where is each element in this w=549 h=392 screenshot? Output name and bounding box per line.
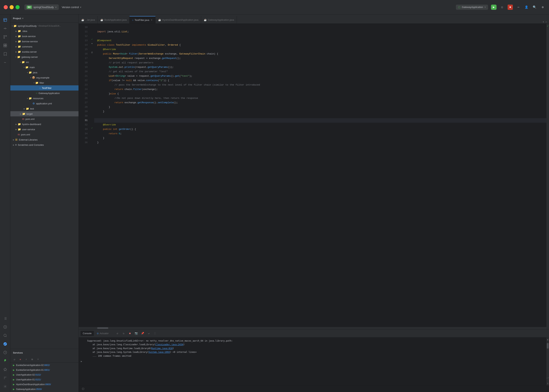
sidebar-ai-icon[interactable]: [1, 340, 9, 348]
sidebar-plugin-icon[interactable]: [1, 366, 9, 373]
stop-icon[interactable]: ■: [127, 331, 132, 336]
tree-item-org-example[interactable]: ▾ 📦 org.example: [10, 75, 78, 80]
tree-item-hystrix-dashboard[interactable]: ▶ 📁 hystrix-dashboard: [10, 122, 78, 127]
close-button[interactable]: [4, 5, 8, 9]
minimize-button[interactable]: [10, 5, 14, 9]
sidebar-bookmark-icon[interactable]: [1, 50, 9, 58]
line-num-32: 32: [79, 123, 88, 127]
sidebar-find-icon[interactable]: [1, 332, 9, 339]
tab-ler-java[interactable]: ☕ ...ler.java: [79, 16, 98, 23]
run-button[interactable]: ▶: [491, 5, 497, 10]
console-scrollbar[interactable]: ▲ ↓↑ ↡: [546, 337, 549, 385]
stop-icon[interactable]: ■: [508, 5, 513, 10]
more-icon[interactable]: ⋮: [153, 331, 157, 336]
tree-item-commons[interactable]: ▶ 📁 commons: [10, 44, 78, 49]
tabs-overflow[interactable]: ▾ ⋯: [541, 20, 549, 23]
arrow-icon: ▶: [15, 123, 17, 125]
tree-item-target[interactable]: ▶ 📁 target: [10, 111, 78, 116]
services-refresh-icon[interactable]: ↺: [12, 357, 17, 362]
sidebar-run-icon[interactable]: [1, 323, 9, 331]
svg-rect-7: [4, 46, 5, 47]
scrollbar-thumb[interactable]: [97, 327, 108, 329]
tab-console[interactable]: Console: [81, 331, 94, 336]
editor-scrollbar[interactable]: ✓: [546, 24, 549, 327]
service-item-hystrix[interactable]: ▶ HystrixDashBoardApplication :8900/: [10, 382, 78, 387]
console-scroll-thumb[interactable]: [547, 343, 549, 349]
tree-item-pom-xml-gateway[interactable]: ▶ m pom.xml: [10, 116, 78, 122]
service-item-user-02[interactable]: ▶ UserApplication-02 :8102/: [10, 372, 78, 377]
sidebar-more-icon[interactable]: ⋯: [1, 59, 9, 66]
console-left-arrow[interactable]: ▶: [79, 337, 84, 385]
tree-item-gateway-server[interactable]: ▾ 📁 gateway-server: [10, 54, 78, 59]
maximize-button[interactable]: [15, 5, 20, 9]
sidebar-history-icon[interactable]: [1, 349, 9, 356]
tree-root[interactable]: ▾ 📁 springCloudStudy ~/Desktop/CS/JavaEE…: [10, 23, 78, 28]
scroll-down-icon[interactable]: ↓↑: [546, 376, 549, 380]
service-item-eureka-01[interactable]: ▶ EurekaServerApplication-01 :8801/: [10, 368, 78, 372]
tab-book-application[interactable]: ☕ BookApplication.java: [98, 16, 130, 23]
tree-item-user-service[interactable]: ▶ 📁 user-service: [10, 127, 78, 132]
restart-icon[interactable]: ↺: [115, 331, 120, 336]
tree-item-borrow-service[interactable]: ▶ 📁 borrow-service: [10, 39, 78, 44]
settings-icon[interactable]: ⚙: [500, 5, 505, 10]
folder-icon: 📁: [18, 123, 21, 126]
gateway-app-button[interactable]: ⬡ GatewayApplication ▾: [456, 5, 488, 10]
sidebar-build-icon[interactable]: [1, 383, 9, 390]
services-add-icon[interactable]: +: [36, 357, 40, 362]
sidebar-todo-icon[interactable]: [1, 315, 9, 322]
tree-item-scratches[interactable]: ▶ ≡ Scratches and Consoles: [10, 142, 78, 147]
sidebar-commit-icon[interactable]: [1, 25, 9, 32]
classloader-link[interactable]: ClassLoader.java:2434: [155, 343, 183, 346]
services-group-icon[interactable]: ⊞: [30, 357, 34, 362]
runtime-link[interactable]: Runtime.java:818: [151, 347, 173, 350]
tree-item-external-libraries[interactable]: ▶ 🏛 External Libraries: [10, 137, 78, 142]
tree-item-src[interactable]: ▾ 📁 src: [10, 59, 78, 65]
tree-item-testfilter[interactable]: ▶ ○ TestFilter: [10, 85, 78, 91]
tree-item-filter[interactable]: ▾ 📁 filter: [10, 80, 78, 85]
wrap-icon[interactable]: ↵: [146, 331, 151, 336]
tree-item-main[interactable]: ▾ 📁 main: [10, 65, 78, 70]
sidebar-terminal-icon[interactable]: [1, 374, 9, 382]
scroll-up-icon[interactable]: ▲: [546, 337, 549, 342]
sidebar-project-icon[interactable]: [1, 16, 9, 24]
services-filter-icon[interactable]: ⚡: [24, 357, 28, 362]
tab-actuator[interactable]: ⊙ Actuator: [95, 331, 111, 336]
services-header[interactable]: Services: [10, 349, 78, 356]
tree-item-gateway-application[interactable]: ▶ ○ GatewayApplication: [10, 91, 78, 96]
tab-testfilter[interactable]: ○ TestFilter.java ✕: [130, 16, 156, 23]
tree-item-test[interactable]: ▶ 📁 test: [10, 106, 78, 111]
screenshot-icon[interactable]: 📷: [134, 331, 139, 336]
services-stop-icon[interactable]: ✕: [18, 357, 22, 362]
service-item-user-01[interactable]: ▶ UserApplication-01 :8101/: [10, 377, 78, 382]
resume-icon[interactable]: ↻: [121, 331, 126, 336]
tree-item-resources[interactable]: ▾ 📁 resources: [10, 96, 78, 101]
tree-item-application-yml[interactable]: ▶ ⚙ application.yml: [10, 101, 78, 106]
tree-item-book-service[interactable]: ▶ 📁 book-service: [10, 34, 78, 39]
tab-gateway-app[interactable]: ☕ GatewayApplication.java: [201, 16, 237, 23]
project-title-button[interactable]: SC springCloudStudy ▾: [24, 4, 59, 10]
version-control-button[interactable]: Version control ▾: [62, 6, 81, 9]
run-icon: ▶: [13, 383, 14, 386]
service-item-eureka-02[interactable]: ▶ EurekaServerApplication-02 :8802/: [10, 363, 78, 368]
service-port: :8801/: [44, 369, 50, 371]
horizontal-scrollbar[interactable]: [79, 327, 549, 329]
search-icon[interactable]: 🔍: [532, 5, 537, 10]
tree-item-eureka-server[interactable]: ▶ 📁 eureka-server: [10, 49, 78, 54]
gear-icon[interactable]: ⚙: [540, 5, 545, 10]
more-options-icon[interactable]: ⋯: [516, 5, 521, 10]
code-content[interactable]: import java.util.List; @Component public…: [94, 24, 546, 327]
user-icon[interactable]: 👤: [524, 5, 529, 10]
sidebar-components-icon[interactable]: [1, 42, 9, 49]
pin-icon[interactable]: 📌: [140, 331, 145, 336]
sidebar-git-icon[interactable]: [1, 33, 9, 41]
scroll-end-icon[interactable]: ↡: [546, 381, 549, 385]
tree-item-java[interactable]: ▾ 📁 java: [10, 70, 78, 75]
sidebar-leaf-icon[interactable]: [1, 357, 9, 365]
service-item-gateway[interactable]: ▶ GatewayApplication :8500/: [10, 387, 78, 392]
book-service-label: book-service: [22, 35, 36, 38]
tree-item-pom-xml-root[interactable]: ▶ m pom.xml: [10, 132, 78, 137]
system-link[interactable]: System.java:1993: [148, 351, 170, 353]
tab-hystrix-app[interactable]: ☕ HystrixDashBoardApplication.java: [156, 16, 201, 23]
tab-close-icon[interactable]: ✕: [150, 19, 153, 22]
tree-item-idea[interactable]: ▶ 📁 .idea: [10, 28, 78, 34]
